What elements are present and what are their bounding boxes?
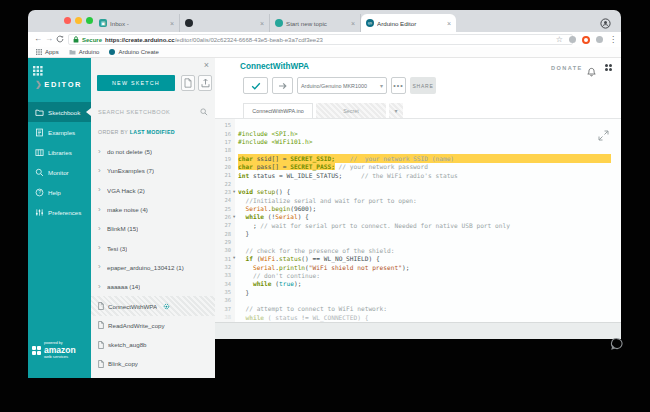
forward-icon[interactable]: →	[45, 34, 53, 43]
code-line[interactable]: 27 ; // wait for serial port to connect.…	[215, 221, 621, 229]
sketch-folder-row[interactable]: › do not delete (5)	[91, 142, 215, 161]
new-folder-button[interactable]	[181, 75, 195, 91]
code-line[interactable]: 17 #include <WiFi101.h>	[215, 138, 621, 146]
line-number: 37	[215, 306, 233, 312]
extension-icon[interactable]	[569, 36, 576, 43]
extension-icon[interactable]	[596, 36, 603, 43]
browser-tab-arduino-editor[interactable]: ∞ Arduino Editor ×	[361, 14, 456, 32]
sidebar-item-monitor[interactable]: Monitor	[28, 162, 91, 182]
share-button[interactable]: SHARE	[410, 77, 436, 94]
bookmark-arduino-folder[interactable]: Arduino	[69, 49, 100, 55]
tab-close-icon[interactable]: ×	[351, 20, 355, 27]
sketch-folder-row[interactable]: › make noise (4)	[91, 200, 215, 219]
order-by-value[interactable]: LAST MODIFIED	[130, 129, 175, 135]
extension-icon-orange[interactable]	[582, 36, 590, 44]
code-line[interactable]: 36	[215, 296, 621, 304]
code-line[interactable]: 24 //Initialize serial and wait for port…	[215, 196, 621, 204]
new-sketch-button[interactable]: NEW SKETCH	[97, 75, 175, 91]
tab-secret[interactable]: Secret	[316, 103, 386, 118]
code-line[interactable]: 20 char pass[] = SECRET_PASS; // your ne…	[215, 163, 621, 171]
fullscreen-expand-icon[interactable]	[598, 127, 609, 145]
sidebar-item-examples[interactable]: Examples	[28, 122, 91, 142]
sidebar-item-sketchbook[interactable]: Sketchbook	[28, 102, 91, 122]
window-zoom-button[interactable]	[86, 17, 93, 24]
search-sketchbook-input[interactable]: SEARCH SKETCHBOOK	[98, 108, 208, 116]
code-line[interactable]: 25 Serial.begin(9600);	[215, 204, 621, 212]
code-line[interactable]: 22	[215, 179, 621, 187]
board-selector[interactable]: Arduino/Genuino MKR1000 ▾	[297, 77, 387, 94]
code-line[interactable]: 21 int status = WL_IDLE_STATUS; // the W…	[215, 171, 621, 179]
apps-menu-icon[interactable]	[33, 62, 43, 80]
sketch-options-gear-icon[interactable]	[163, 303, 170, 310]
code-line[interactable]: 35 }	[215, 288, 621, 296]
sketch-file-row[interactable]: sketch_aug8b	[91, 335, 215, 354]
sketch-file-row[interactable]: sketch_aug8r	[91, 374, 215, 378]
code-line[interactable]: 34 while (true);	[215, 280, 621, 288]
code-line[interactable]: 29	[215, 238, 621, 246]
code-line[interactable]: 30 // check for the presence of the shie…	[215, 246, 621, 254]
sketchbook-panel: × NEW SKETCH SEARCH SKETCHBOOK ORDER BY …	[91, 58, 215, 378]
new-file-icon	[184, 78, 192, 88]
browser-tab-start-new-topic[interactable]: Start new topic ×	[270, 14, 361, 32]
sidebar-item-help[interactable]: ? Help	[28, 182, 91, 202]
verify-button[interactable]	[243, 77, 268, 94]
browser-profile-icon[interactable]	[600, 15, 611, 33]
code-line[interactable]: 33 // don't continue:	[215, 271, 621, 279]
window-close-button[interactable]	[64, 17, 71, 24]
svg-text:?: ?	[38, 190, 41, 195]
sketch-folder-row[interactable]: › VGA Hack (2)	[91, 181, 215, 200]
more-options-button[interactable]: •••	[391, 77, 406, 94]
import-sketch-button[interactable]	[198, 75, 212, 91]
code-line[interactable]: 18	[215, 146, 621, 154]
profile-menu-icon[interactable]	[605, 64, 612, 71]
code-editor[interactable]: 15 16 #include <SPI.h> 17 #include <WiFi…	[215, 118, 621, 322]
upload-button[interactable]	[272, 77, 293, 94]
code-text: if (WiFi.status() == WL_NO_SHIELD) {	[238, 255, 380, 262]
code-line[interactable]: 26 ▾ while (!Serial) {	[215, 213, 621, 221]
sketch-folder-row[interactable]: › aaaaaa (14)	[91, 277, 215, 296]
tab-close-icon[interactable]: ×	[170, 20, 174, 27]
code-line[interactable]: 31 ▾ if (WiFi.status() == WL_NO_SHIELD) …	[215, 255, 621, 263]
sketch-file-row[interactable]: ReadAndWrite_copy	[91, 316, 215, 335]
code-line[interactable]: 23 ▾ void setup() {	[215, 188, 621, 196]
donate-link[interactable]: DONATE	[551, 65, 583, 71]
tab-connectwithwpa-ino[interactable]: ConnectWithWPA.ino	[243, 103, 313, 118]
order-by-control[interactable]: ORDER BY LAST MODIFIED	[98, 129, 175, 135]
code-line[interactable]: 32 Serial.println("WiFi shield not prese…	[215, 263, 621, 271]
code-text: //Initialize serial and wait for port to…	[238, 197, 417, 204]
refresh-icon[interactable]	[56, 35, 64, 45]
bookmark-star-icon[interactable]: ☆	[556, 36, 563, 44]
code-text: while (!Serial) {	[238, 213, 309, 220]
line-number: 16	[215, 131, 233, 137]
chat-bubble-icon[interactable]	[610, 337, 624, 355]
tabs-dropdown-button[interactable]: ▾	[389, 103, 403, 118]
code-line[interactable]: 16 #include <SPI.h>	[215, 129, 621, 137]
tab-close-icon[interactable]: ×	[447, 20, 451, 27]
tab-close-icon[interactable]: ×	[260, 20, 264, 27]
sketch-file-row[interactable]: ConnectWithWPA	[91, 296, 215, 315]
sidebar-item-libraries[interactable]: Libraries	[28, 142, 91, 162]
bookmark-apps[interactable]: Apps	[36, 49, 59, 55]
sketch-folder-row[interactable]: › Tesi (3)	[91, 238, 215, 257]
browser-tab-inbox[interactable]: ▣ Inbox - ×	[94, 14, 180, 32]
panel-close-icon[interactable]: ×	[204, 60, 209, 70]
chrome-menu-icon[interactable]: ⋮	[609, 36, 617, 44]
window-minimize-button[interactable]	[75, 17, 82, 24]
sketch-folder-row[interactable]: › BlinkM (15)	[91, 219, 215, 238]
sketch-folder-row[interactable]: › YunExamples (7)	[91, 161, 215, 180]
code-line[interactable]: 15	[215, 121, 621, 129]
code-line[interactable]: 28 }	[215, 229, 621, 237]
sketch-file-icon	[98, 302, 104, 310]
editor-main: ConnectWithWPA DONATE Arduino/Genuino MK…	[215, 58, 621, 322]
sketch-file-row[interactable]: Blink_copy	[91, 354, 215, 373]
code-line[interactable]: 38 while ( status != WL_CONNECTED) {	[215, 313, 621, 321]
code-line[interactable]: 19 char ssid[] = SECRET_SSID; // your ne…	[215, 154, 621, 162]
back-icon[interactable]: ←	[34, 34, 42, 43]
browser-tab-github[interactable]: ×	[180, 14, 270, 32]
sidebar-item-preferences[interactable]: Preferences	[28, 202, 91, 222]
code-line[interactable]: 37 // attempt to connect to WiFi network…	[215, 305, 621, 313]
notifications-bell-icon[interactable]	[587, 63, 596, 81]
bookmark-arduino-create[interactable]: Arduino Create	[109, 49, 158, 55]
sketch-folder-row[interactable]: › epaper_arduino_130412 (1)	[91, 258, 215, 277]
address-field[interactable]: Secure https://create.arduino.cc/editor/…	[68, 34, 573, 45]
